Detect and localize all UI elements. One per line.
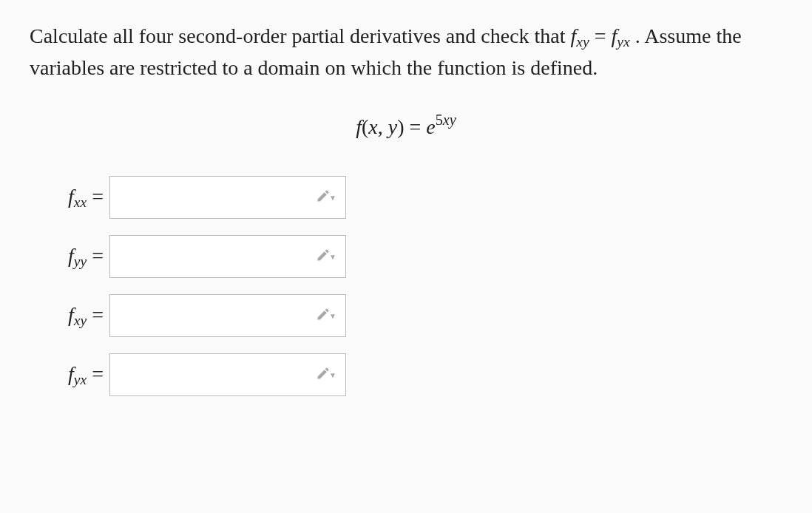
function-definition: f(x, y) = e5xy [30, 112, 782, 139]
chevron-down-icon: ▼ [329, 253, 336, 261]
label-fyy: fyy = [30, 244, 109, 270]
chevron-down-icon: ▼ [329, 194, 336, 202]
chevron-down-icon: ▼ [329, 371, 336, 379]
label-fyx: fyx = [30, 362, 109, 388]
pencil-icon [316, 188, 331, 206]
label-fxy: fxy = [30, 303, 109, 329]
equals-text: = [595, 24, 612, 47]
inline-equation-lhs: fxy [571, 24, 595, 47]
inline-equation-rhs: fyx [612, 24, 635, 47]
pencil-icon [316, 366, 331, 384]
row-fyx: fyx = ▼ [30, 353, 782, 396]
input-fyx[interactable] [110, 354, 350, 395]
input-wrap-fxy: ▼ [109, 294, 346, 337]
row-fxy: fxy = ▼ [30, 294, 782, 337]
pencil-icon [316, 307, 331, 325]
pencil-icon [316, 248, 331, 265]
problem-text-pre: Calculate all four second-order partial … [30, 24, 571, 47]
input-fxx[interactable] [110, 177, 350, 218]
label-fxx: fxx = [30, 185, 109, 211]
input-fyy[interactable] [110, 236, 350, 277]
input-wrap-fyx: ▼ [109, 353, 346, 396]
equation-editor-button[interactable]: ▼ [316, 187, 336, 208]
input-wrap-fyy: ▼ [109, 235, 346, 278]
equation-editor-button[interactable]: ▼ [316, 305, 336, 326]
row-fyy: fyy = ▼ [30, 235, 782, 278]
answer-inputs: fxx = ▼ fyy = ▼ fxy = [30, 176, 782, 396]
chevron-down-icon: ▼ [329, 312, 336, 320]
equation-editor-button[interactable]: ▼ [316, 246, 336, 267]
input-wrap-fxx: ▼ [109, 176, 346, 219]
problem-statement: Calculate all four second-order partial … [30, 21, 769, 84]
input-fxy[interactable] [110, 295, 350, 336]
equation-editor-button[interactable]: ▼ [316, 364, 336, 385]
row-fxx: fxx = ▼ [30, 176, 782, 219]
